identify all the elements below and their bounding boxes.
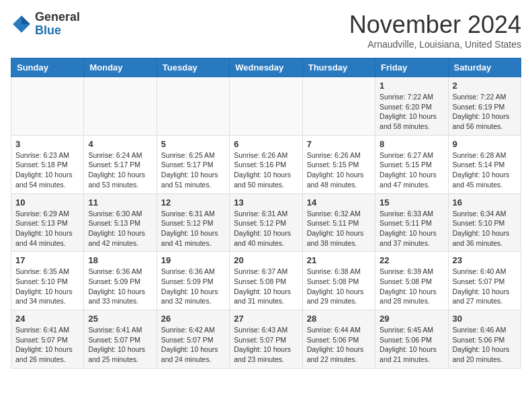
weekday-header-tuesday: Tuesday bbox=[157, 58, 229, 77]
calendar-cell: 14Sunrise: 6:32 AM Sunset: 5:11 PM Dayli… bbox=[302, 193, 375, 252]
day-number: 16 bbox=[453, 197, 517, 208]
page-header: General Blue November 2024 Arnaudville, … bbox=[11, 11, 521, 50]
svg-marker-1 bbox=[21, 15, 30, 24]
day-number: 30 bbox=[453, 314, 517, 324]
weekday-header-row: SundayMondayTuesdayWednesdayThursdayFrid… bbox=[11, 58, 521, 77]
day-info: Sunrise: 6:27 AM Sunset: 5:15 PM Dayligh… bbox=[380, 150, 443, 190]
logo: General Blue bbox=[11, 11, 80, 38]
day-number: 5 bbox=[161, 139, 225, 149]
day-info: Sunrise: 6:30 AM Sunset: 5:13 PM Dayligh… bbox=[88, 209, 152, 248]
day-number: 21 bbox=[307, 255, 371, 265]
day-number: 22 bbox=[380, 255, 443, 265]
calendar-cell: 24Sunrise: 6:41 AM Sunset: 5:07 PM Dayli… bbox=[11, 310, 84, 369]
calendar-cell bbox=[230, 77, 302, 136]
day-number: 6 bbox=[234, 139, 298, 149]
day-info: Sunrise: 6:46 AM Sunset: 5:06 PM Dayligh… bbox=[453, 325, 517, 365]
week-row-3: 10Sunrise: 6:29 AM Sunset: 5:13 PM Dayli… bbox=[11, 193, 521, 252]
calendar-cell: 28Sunrise: 6:44 AM Sunset: 5:06 PM Dayli… bbox=[302, 310, 375, 369]
day-info: Sunrise: 7:22 AM Sunset: 6:20 PM Dayligh… bbox=[380, 92, 443, 132]
day-info: Sunrise: 6:41 AM Sunset: 5:07 PM Dayligh… bbox=[15, 325, 79, 365]
calendar-cell: 5Sunrise: 6:25 AM Sunset: 5:17 PM Daylig… bbox=[157, 135, 229, 193]
day-number: 9 bbox=[453, 139, 517, 149]
day-info: Sunrise: 6:45 AM Sunset: 5:06 PM Dayligh… bbox=[380, 325, 443, 365]
day-number: 2 bbox=[453, 81, 517, 91]
day-info: Sunrise: 6:38 AM Sunset: 5:08 PM Dayligh… bbox=[307, 267, 371, 306]
day-number: 29 bbox=[380, 314, 443, 324]
calendar-table: SundayMondayTuesdayWednesdayThursdayFrid… bbox=[11, 58, 521, 369]
day-number: 10 bbox=[15, 197, 79, 208]
weekday-header-saturday: Saturday bbox=[448, 58, 521, 77]
calendar-cell: 3Sunrise: 6:23 AM Sunset: 5:18 PM Daylig… bbox=[11, 135, 84, 193]
calendar-cell: 16Sunrise: 6:34 AM Sunset: 5:10 PM Dayli… bbox=[448, 193, 521, 252]
calendar-cell: 21Sunrise: 6:38 AM Sunset: 5:08 PM Dayli… bbox=[302, 252, 375, 310]
calendar-cell bbox=[11, 77, 84, 136]
logo-text: General Blue bbox=[35, 11, 80, 38]
logo-icon bbox=[11, 13, 32, 35]
calendar-cell: 30Sunrise: 6:46 AM Sunset: 5:06 PM Dayli… bbox=[448, 310, 521, 369]
calendar-cell bbox=[84, 77, 157, 136]
day-info: Sunrise: 6:42 AM Sunset: 5:07 PM Dayligh… bbox=[161, 325, 225, 365]
day-number: 25 bbox=[88, 314, 152, 324]
calendar-cell: 17Sunrise: 6:35 AM Sunset: 5:10 PM Dayli… bbox=[11, 252, 84, 310]
calendar-cell: 29Sunrise: 6:45 AM Sunset: 5:06 PM Dayli… bbox=[375, 310, 448, 369]
day-info: Sunrise: 6:41 AM Sunset: 5:07 PM Dayligh… bbox=[88, 325, 152, 365]
day-number: 14 bbox=[307, 197, 371, 208]
location-subtitle: Arnaudville, Louisiana, United States bbox=[349, 39, 521, 50]
day-info: Sunrise: 6:25 AM Sunset: 5:17 PM Dayligh… bbox=[161, 150, 225, 190]
calendar-cell: 2Sunrise: 7:22 AM Sunset: 6:19 PM Daylig… bbox=[448, 77, 521, 136]
calendar-cell: 19Sunrise: 6:36 AM Sunset: 5:09 PM Dayli… bbox=[157, 252, 229, 310]
day-number: 20 bbox=[234, 255, 298, 265]
day-info: Sunrise: 6:36 AM Sunset: 5:09 PM Dayligh… bbox=[161, 267, 225, 306]
calendar-cell: 8Sunrise: 6:27 AM Sunset: 5:15 PM Daylig… bbox=[375, 135, 448, 193]
day-number: 1 bbox=[380, 81, 443, 91]
weekday-header-monday: Monday bbox=[84, 58, 157, 77]
day-number: 23 bbox=[453, 255, 517, 265]
calendar-cell: 27Sunrise: 6:43 AM Sunset: 5:07 PM Dayli… bbox=[230, 310, 302, 369]
day-info: Sunrise: 6:26 AM Sunset: 5:15 PM Dayligh… bbox=[307, 150, 371, 190]
weekday-header-wednesday: Wednesday bbox=[230, 58, 302, 77]
calendar-cell: 26Sunrise: 6:42 AM Sunset: 5:07 PM Dayli… bbox=[157, 310, 229, 369]
day-number: 8 bbox=[380, 139, 443, 149]
day-number: 11 bbox=[88, 197, 152, 208]
day-number: 28 bbox=[307, 314, 371, 324]
calendar-cell: 23Sunrise: 6:40 AM Sunset: 5:07 PM Dayli… bbox=[448, 252, 521, 310]
calendar-cell: 9Sunrise: 6:28 AM Sunset: 5:14 PM Daylig… bbox=[448, 135, 521, 193]
calendar-cell: 10Sunrise: 6:29 AM Sunset: 5:13 PM Dayli… bbox=[11, 193, 84, 252]
calendar-cell bbox=[157, 77, 229, 136]
day-info: Sunrise: 6:31 AM Sunset: 5:12 PM Dayligh… bbox=[161, 209, 225, 248]
day-info: Sunrise: 6:37 AM Sunset: 5:08 PM Dayligh… bbox=[234, 267, 298, 306]
day-info: Sunrise: 6:31 AM Sunset: 5:12 PM Dayligh… bbox=[234, 209, 298, 248]
day-number: 13 bbox=[234, 197, 298, 208]
week-row-4: 17Sunrise: 6:35 AM Sunset: 5:10 PM Dayli… bbox=[11, 252, 521, 310]
day-info: Sunrise: 6:39 AM Sunset: 5:08 PM Dayligh… bbox=[380, 267, 443, 306]
day-info: Sunrise: 6:35 AM Sunset: 5:10 PM Dayligh… bbox=[15, 267, 79, 306]
day-number: 26 bbox=[161, 314, 225, 324]
calendar-cell: 6Sunrise: 6:26 AM Sunset: 5:16 PM Daylig… bbox=[230, 135, 302, 193]
day-info: Sunrise: 7:22 AM Sunset: 6:19 PM Dayligh… bbox=[453, 92, 517, 132]
day-info: Sunrise: 6:24 AM Sunset: 5:17 PM Dayligh… bbox=[88, 150, 152, 190]
calendar-cell: 11Sunrise: 6:30 AM Sunset: 5:13 PM Dayli… bbox=[84, 193, 157, 252]
day-number: 17 bbox=[15, 255, 79, 265]
week-row-2: 3Sunrise: 6:23 AM Sunset: 5:18 PM Daylig… bbox=[11, 135, 521, 193]
calendar-cell: 22Sunrise: 6:39 AM Sunset: 5:08 PM Dayli… bbox=[375, 252, 448, 310]
day-info: Sunrise: 6:44 AM Sunset: 5:06 PM Dayligh… bbox=[307, 325, 371, 365]
calendar-cell: 4Sunrise: 6:24 AM Sunset: 5:17 PM Daylig… bbox=[84, 135, 157, 193]
day-number: 3 bbox=[15, 139, 79, 149]
calendar-cell: 20Sunrise: 6:37 AM Sunset: 5:08 PM Dayli… bbox=[230, 252, 302, 310]
day-info: Sunrise: 6:36 AM Sunset: 5:09 PM Dayligh… bbox=[88, 267, 152, 306]
calendar-cell bbox=[302, 77, 375, 136]
day-info: Sunrise: 6:32 AM Sunset: 5:11 PM Dayligh… bbox=[307, 209, 371, 248]
day-info: Sunrise: 6:29 AM Sunset: 5:13 PM Dayligh… bbox=[15, 209, 79, 248]
day-info: Sunrise: 6:28 AM Sunset: 5:14 PM Dayligh… bbox=[453, 150, 517, 190]
calendar-cell: 12Sunrise: 6:31 AM Sunset: 5:12 PM Dayli… bbox=[157, 193, 229, 252]
day-info: Sunrise: 6:43 AM Sunset: 5:07 PM Dayligh… bbox=[234, 325, 298, 365]
day-number: 18 bbox=[88, 255, 152, 265]
day-info: Sunrise: 6:33 AM Sunset: 5:11 PM Dayligh… bbox=[380, 209, 443, 248]
day-number: 4 bbox=[88, 139, 152, 149]
week-row-5: 24Sunrise: 6:41 AM Sunset: 5:07 PM Dayli… bbox=[11, 310, 521, 369]
weekday-header-thursday: Thursday bbox=[302, 58, 375, 77]
day-info: Sunrise: 6:23 AM Sunset: 5:18 PM Dayligh… bbox=[15, 150, 79, 190]
week-row-1: 1Sunrise: 7:22 AM Sunset: 6:20 PM Daylig… bbox=[11, 77, 521, 136]
calendar-cell: 25Sunrise: 6:41 AM Sunset: 5:07 PM Dayli… bbox=[84, 310, 157, 369]
weekday-header-sunday: Sunday bbox=[11, 58, 84, 77]
